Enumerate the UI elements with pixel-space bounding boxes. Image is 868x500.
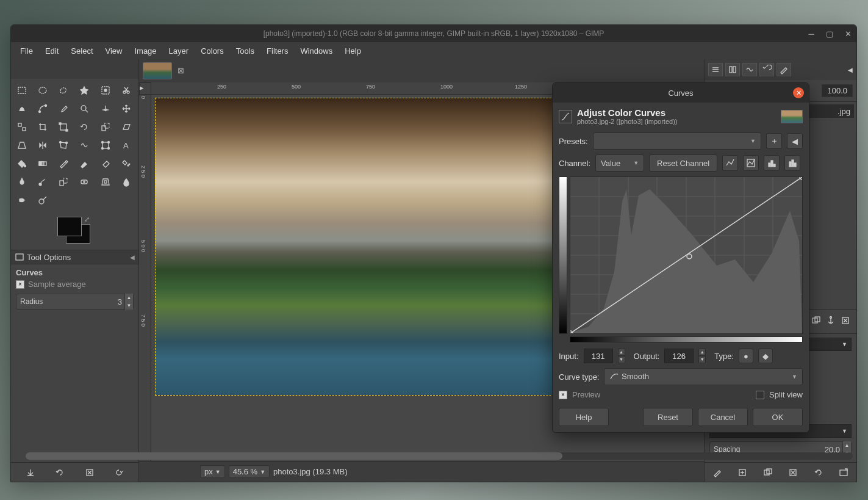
handle-transform-tool[interactable] [97, 137, 114, 153]
preset-menu-button[interactable]: ◀ [787, 133, 803, 149]
delete-layer-icon[interactable] [841, 316, 850, 325]
scissors-tool[interactable] [118, 82, 135, 98]
split-view-checkbox[interactable] [756, 391, 764, 399]
text-tool[interactable]: A [118, 137, 135, 153]
menu-help[interactable]: Help [339, 44, 367, 58]
delete-brush-icon[interactable] [788, 468, 798, 477]
ok-button[interactable]: OK [753, 408, 803, 426]
dialog-close-button[interactable]: ✕ [793, 87, 804, 98]
input-value[interactable] [584, 349, 613, 363]
menu-file[interactable]: File [15, 44, 38, 58]
refresh-brushes-icon[interactable] [814, 468, 823, 477]
fg-color-swatch[interactable] [57, 217, 82, 236]
zoom-tool[interactable] [76, 101, 93, 117]
flip-tool[interactable] [34, 137, 51, 153]
hist-log-icon[interactable] [784, 155, 800, 171]
layer-icon[interactable] [811, 316, 821, 325]
paths-tool[interactable] [34, 101, 51, 117]
panel-menu-icon[interactable]: ◀ [130, 254, 135, 261]
tool-options-header[interactable]: Tool Options ◀ [11, 250, 138, 264]
unit-select[interactable]: px▼ [200, 465, 225, 478]
eraser-tool[interactable] [97, 156, 114, 172]
smudge-tool[interactable] [13, 192, 30, 208]
save-preset-icon[interactable] [26, 468, 35, 477]
crop-tool[interactable] [34, 119, 51, 135]
heal-tool[interactable] [76, 174, 93, 190]
menu-view[interactable]: View [100, 44, 128, 58]
menu-tools[interactable]: Tools [231, 44, 260, 58]
shear-tool[interactable] [118, 119, 135, 135]
cancel-button[interactable]: Cancel [698, 408, 748, 426]
zoom-select[interactable]: 45.6 %▼ [229, 465, 270, 478]
swap-colors-icon[interactable]: ⤢ [84, 216, 90, 223]
minimize-button[interactable]: ─ [806, 29, 816, 38]
curve-editor[interactable] [570, 176, 803, 334]
fg-bg-swatches[interactable]: ⤢ [15, 216, 135, 246]
airbrush-tool[interactable] [118, 156, 135, 172]
close-tab-icon[interactable]: ⊠ [176, 66, 185, 76]
log-hist-icon[interactable] [743, 155, 759, 171]
scale-tool[interactable] [97, 119, 114, 135]
panel-menu-icon[interactable]: ◀ [848, 67, 853, 73]
mypaint-brush-tool[interactable] [34, 174, 51, 190]
paintbrush-tab-icon[interactable] [777, 63, 791, 76]
nav-zoom-value[interactable]: 100.0 [822, 84, 853, 97]
move-tool[interactable] [118, 101, 135, 117]
menu-select[interactable]: Select [65, 44, 98, 58]
channel-combo[interactable]: Value▼ [595, 154, 644, 172]
measure-tool[interactable] [97, 101, 114, 117]
reset-icon[interactable] [114, 468, 124, 477]
ruler-vertical[interactable]: 0 2 5 0 5 0 0 7 5 0 [139, 95, 151, 461]
hist-linear-icon[interactable] [764, 155, 780, 171]
sample-average-checkbox[interactable]: ×Sample average [16, 280, 134, 289]
preview-checkbox[interactable]: × [559, 391, 567, 399]
paintbrush-tool[interactable] [76, 156, 93, 172]
bucket-fill-tool[interactable] [13, 156, 30, 172]
menu-windows[interactable]: Windows [295, 44, 338, 58]
restore-icon[interactable] [55, 468, 65, 477]
help-button[interactable]: Help [559, 408, 609, 426]
new-brush-icon[interactable] [737, 468, 747, 477]
edit-brush-icon[interactable] [712, 468, 722, 477]
free-select-tool[interactable] [55, 82, 72, 98]
rect-select-tool[interactable] [13, 82, 30, 98]
brushes-tab-icon[interactable] [708, 63, 723, 76]
point-type-smooth[interactable]: ● [739, 349, 753, 363]
gradients-tab-icon[interactable] [742, 63, 757, 76]
dodge-burn-tool[interactable] [34, 192, 51, 208]
anchor-icon[interactable] [826, 316, 836, 325]
warp-tool[interactable] [76, 137, 93, 153]
ruler-origin[interactable]: ▸ [139, 82, 151, 95]
menu-filters[interactable]: Filters [261, 44, 293, 58]
open-as-image-icon[interactable] [839, 468, 848, 477]
menu-edit[interactable]: Edit [40, 44, 64, 58]
menu-layer[interactable]: Layer [163, 44, 195, 58]
add-preset-button[interactable]: ＋ [766, 133, 782, 149]
unified-transform-tool[interactable] [55, 119, 72, 135]
perspective-clone-tool[interactable] [97, 174, 114, 190]
output-value[interactable] [664, 349, 694, 363]
h-scrollbar[interactable] [26, 452, 853, 460]
clone-tool[interactable] [55, 174, 72, 190]
rotate-tool[interactable] [76, 119, 93, 135]
foreground-select-tool[interactable] [13, 101, 30, 117]
pencil-tool[interactable] [55, 156, 72, 172]
cage-tool[interactable] [55, 137, 72, 153]
menu-image[interactable]: Image [129, 44, 162, 58]
gradient-tool[interactable] [34, 156, 51, 172]
perspective-tool[interactable] [13, 137, 30, 153]
duplicate-brush-icon[interactable] [763, 468, 773, 477]
presets-combo[interactable]: ▼ [593, 132, 761, 150]
undo-tab-icon[interactable] [759, 63, 774, 76]
linear-hist-icon[interactable] [722, 155, 738, 171]
curve-type-combo[interactable]: Smooth ▼ [604, 368, 803, 385]
image-tab[interactable] [143, 62, 172, 79]
close-button[interactable]: ✕ [843, 29, 853, 38]
patterns-tab-icon[interactable] [725, 63, 740, 76]
blur-sharpen-tool[interactable] [118, 174, 135, 190]
maximize-button[interactable]: ▢ [825, 29, 834, 38]
ellipse-select-tool[interactable] [34, 82, 51, 98]
reset-button[interactable]: Reset [643, 408, 693, 426]
align-tool[interactable] [13, 119, 30, 135]
menu-colors[interactable]: Colors [195, 44, 229, 58]
